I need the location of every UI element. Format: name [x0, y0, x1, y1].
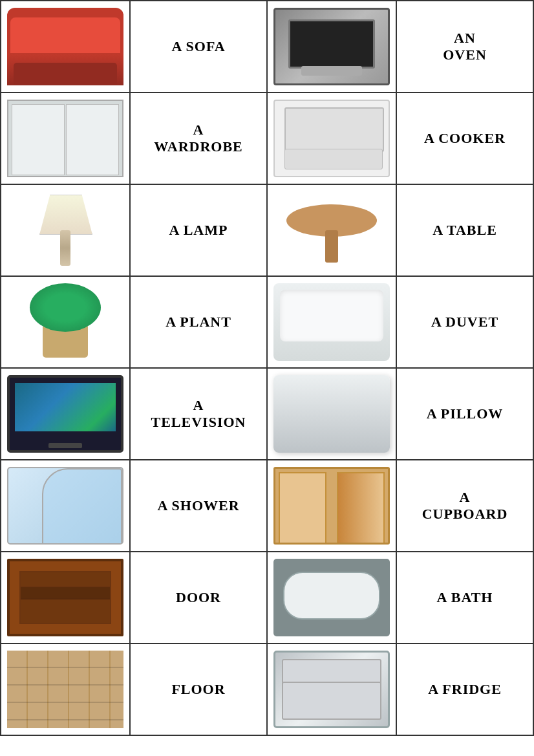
grid-cell-sofa — [1, 1, 131, 92]
grid-cell-cooker-img — [268, 93, 397, 184]
grid-row: A LAMPA TABLE — [1, 185, 533, 277]
grid-row: A WARDROBEA COOKER — [1, 93, 533, 185]
grid-cell-lamp-img — [1, 185, 131, 275]
shower-label-label: A SHOWER — [131, 460, 268, 551]
grid-cell-fridge-img — [268, 644, 397, 735]
pillow-label-label: A PILLOW — [397, 369, 533, 459]
fridge-label-label: A FRIDGE — [397, 644, 533, 735]
grid-cell-cupboard-img — [268, 460, 397, 551]
grid-row: A SHOWERA CUPBOARD — [1, 460, 533, 552]
plant-label-label: A PLANT — [131, 277, 268, 367]
pillow-img-image — [273, 375, 390, 453]
grid-row: DOORA BATH — [1, 552, 533, 644]
lamp-img-image — [7, 191, 123, 269]
oven-label-label: AN OVEN — [397, 1, 533, 92]
oven-img-image — [273, 8, 390, 85]
duvet-img-image — [273, 283, 390, 361]
wardrobe-img-image — [7, 100, 123, 177]
grid-cell-plant-img — [1, 277, 131, 367]
grid-row: A SOFAAN OVEN — [1, 1, 533, 93]
wardrobe-label-label: A WARDROBE — [131, 93, 268, 184]
grid-row: A PLANTA DUVET — [1, 277, 533, 369]
grid-cell-oven-img — [268, 1, 397, 92]
grid-cell-wardrobe-img — [1, 93, 131, 184]
duvet-label-label: A DUVET — [397, 277, 533, 367]
cupboard-img-image — [273, 467, 390, 545]
grid-row: FLOORA FRIDGE — [1, 644, 533, 735]
grid-cell-table-img — [268, 185, 397, 275]
floor-label-label: FLOOR — [131, 644, 268, 735]
bath-label-label: A BATH — [397, 552, 533, 643]
cooker-label-label: A COOKER — [397, 93, 533, 184]
grid-row: A TELEVISIONA PILLOW — [1, 369, 533, 460]
fridge-img-image — [273, 651, 390, 728]
grid-cell-floor-img — [1, 644, 131, 735]
door-img-image — [7, 559, 123, 636]
table-label-label: A TABLE — [397, 185, 533, 275]
cooker-img-image — [273, 100, 390, 177]
grid-cell-bath-img — [268, 552, 397, 643]
bath-img-image — [273, 559, 390, 636]
vocabulary-grid: A SOFAAN OVENA WARDROBEA COOKERA LAMPA T… — [0, 0, 534, 736]
grid-cell-shower-img — [1, 460, 131, 551]
tv-label-label: A TELEVISION — [131, 369, 268, 459]
sofa-image — [7, 8, 123, 85]
grid-cell-duvet-img — [268, 277, 397, 367]
shower-img-image — [7, 467, 123, 545]
tv-img-image — [7, 375, 123, 453]
cupboard-label-label: A CUPBOARD — [397, 460, 533, 551]
sofa-label-label: A SOFA — [131, 1, 268, 92]
grid-cell-pillow-img — [268, 369, 397, 459]
table-img-image — [273, 191, 390, 269]
grid-cell-tv-img — [1, 369, 131, 459]
grid-cell-door-img — [1, 552, 131, 643]
plant-img-image — [7, 283, 123, 361]
floor-img-image — [7, 651, 123, 728]
door-label-label: DOOR — [131, 552, 268, 643]
lamp-label-label: A LAMP — [131, 185, 268, 275]
